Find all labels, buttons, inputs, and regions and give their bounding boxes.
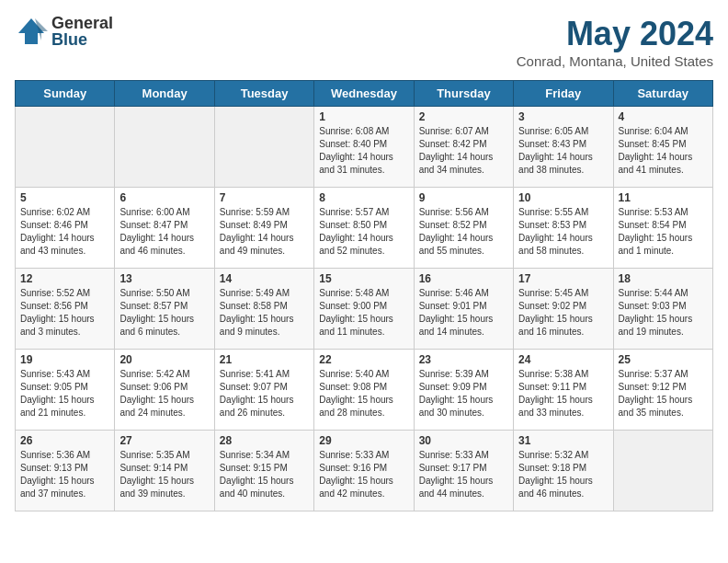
calendar-cell: 13Sunrise: 5:50 AM Sunset: 8:57 PM Dayli… (115, 269, 214, 350)
calendar-body: 1Sunrise: 6:08 AM Sunset: 8:40 PM Daylig… (16, 107, 713, 511)
calendar-header: SundayMondayTuesdayWednesdayThursdayFrid… (16, 81, 713, 107)
day-info: Sunrise: 5:34 AM Sunset: 9:15 PM Dayligh… (220, 449, 309, 500)
day-info: Sunrise: 6:08 AM Sunset: 8:40 PM Dayligh… (319, 125, 408, 177)
week-row-2: 12Sunrise: 5:52 AM Sunset: 8:56 PM Dayli… (16, 269, 713, 350)
calendar-cell (115, 107, 214, 188)
header-day-monday: Monday (115, 81, 214, 107)
calendar-title: May 2024 (517, 15, 713, 53)
day-number: 19 (20, 353, 109, 366)
calendar-cell: 7Sunrise: 5:59 AM Sunset: 8:49 PM Daylig… (214, 188, 313, 269)
day-info: Sunrise: 5:35 AM Sunset: 9:14 PM Dayligh… (119, 449, 209, 500)
day-number: 24 (518, 353, 608, 366)
day-number: 30 (419, 434, 508, 447)
day-number: 31 (518, 434, 608, 447)
day-info: Sunrise: 6:04 AM Sunset: 8:45 PM Dayligh… (619, 125, 708, 177)
week-row-1: 5Sunrise: 6:02 AM Sunset: 8:46 PM Daylig… (16, 188, 713, 269)
day-number: 29 (319, 434, 408, 447)
header-day-thursday: Thursday (414, 81, 513, 107)
day-info: Sunrise: 5:36 AM Sunset: 9:13 PM Dayligh… (20, 449, 109, 500)
day-info: Sunrise: 5:39 AM Sunset: 9:09 PM Dayligh… (419, 368, 508, 419)
day-info: Sunrise: 5:38 AM Sunset: 9:11 PM Dayligh… (518, 368, 608, 419)
day-number: 13 (119, 272, 209, 285)
logo-icon (15, 15, 48, 48)
calendar-cell: 27Sunrise: 5:35 AM Sunset: 9:14 PM Dayli… (115, 431, 214, 511)
day-info: Sunrise: 5:45 AM Sunset: 9:02 PM Dayligh… (518, 287, 608, 339)
header-day-sunday: Sunday (16, 81, 115, 107)
day-info: Sunrise: 5:53 AM Sunset: 8:54 PM Dayligh… (619, 206, 708, 258)
day-info: Sunrise: 5:50 AM Sunset: 8:57 PM Dayligh… (119, 287, 209, 339)
day-number: 6 (119, 191, 209, 204)
logo-text: General Blue (51, 15, 113, 48)
calendar-cell: 15Sunrise: 5:48 AM Sunset: 9:00 PM Dayli… (314, 269, 414, 350)
calendar-cell (613, 431, 712, 511)
day-number: 8 (319, 191, 408, 204)
title-block: May 2024 Conrad, Montana, United States (517, 15, 713, 69)
calendar-cell (214, 107, 313, 188)
day-info: Sunrise: 5:42 AM Sunset: 9:06 PM Dayligh… (119, 368, 209, 419)
calendar-cell: 25Sunrise: 5:37 AM Sunset: 9:12 PM Dayli… (613, 350, 712, 431)
day-number: 25 (619, 353, 708, 366)
day-info: Sunrise: 5:49 AM Sunset: 8:58 PM Dayligh… (220, 287, 309, 339)
day-info: Sunrise: 5:32 AM Sunset: 9:18 PM Dayligh… (518, 449, 608, 500)
day-info: Sunrise: 5:57 AM Sunset: 8:50 PM Dayligh… (319, 206, 408, 258)
calendar-cell: 5Sunrise: 6:02 AM Sunset: 8:46 PM Daylig… (16, 188, 115, 269)
logo-blue: Blue (51, 31, 113, 48)
logo: General Blue (15, 15, 113, 48)
day-info: Sunrise: 5:44 AM Sunset: 9:03 PM Dayligh… (619, 287, 708, 339)
header-day-wednesday: Wednesday (314, 81, 414, 107)
calendar-cell: 10Sunrise: 5:55 AM Sunset: 8:53 PM Dayli… (514, 188, 613, 269)
day-number: 1 (319, 110, 408, 123)
calendar-cell: 24Sunrise: 5:38 AM Sunset: 9:11 PM Dayli… (514, 350, 613, 431)
day-number: 18 (619, 272, 708, 285)
calendar-cell: 22Sunrise: 5:40 AM Sunset: 9:08 PM Dayli… (314, 350, 414, 431)
calendar-cell: 30Sunrise: 5:33 AM Sunset: 9:17 PM Dayli… (414, 431, 513, 511)
day-number: 5 (20, 191, 109, 204)
day-info: Sunrise: 5:56 AM Sunset: 8:52 PM Dayligh… (419, 206, 508, 258)
calendar-cell: 6Sunrise: 6:00 AM Sunset: 8:47 PM Daylig… (115, 188, 214, 269)
calendar-cell: 4Sunrise: 6:04 AM Sunset: 8:45 PM Daylig… (613, 107, 712, 188)
header-day-friday: Friday (514, 81, 613, 107)
calendar-cell: 12Sunrise: 5:52 AM Sunset: 8:56 PM Dayli… (16, 269, 115, 350)
calendar-cell: 14Sunrise: 5:49 AM Sunset: 8:58 PM Dayli… (214, 269, 313, 350)
day-info: Sunrise: 5:37 AM Sunset: 9:12 PM Dayligh… (619, 368, 708, 419)
week-row-3: 19Sunrise: 5:43 AM Sunset: 9:05 PM Dayli… (16, 350, 713, 431)
day-number: 21 (220, 353, 309, 366)
day-number: 20 (119, 353, 209, 366)
logo-general: General (51, 15, 113, 31)
day-number: 23 (419, 353, 508, 366)
day-info: Sunrise: 5:43 AM Sunset: 9:05 PM Dayligh… (20, 368, 109, 419)
day-number: 28 (220, 434, 309, 447)
calendar-cell: 21Sunrise: 5:41 AM Sunset: 9:07 PM Dayli… (214, 350, 313, 431)
calendar-cell: 31Sunrise: 5:32 AM Sunset: 9:18 PM Dayli… (514, 431, 613, 511)
day-info: Sunrise: 5:59 AM Sunset: 8:49 PM Dayligh… (220, 206, 309, 258)
calendar-cell: 3Sunrise: 6:05 AM Sunset: 8:43 PM Daylig… (514, 107, 613, 188)
calendar-cell: 23Sunrise: 5:39 AM Sunset: 9:09 PM Dayli… (414, 350, 513, 431)
week-row-4: 26Sunrise: 5:36 AM Sunset: 9:13 PM Dayli… (16, 431, 713, 511)
day-info: Sunrise: 5:33 AM Sunset: 9:16 PM Dayligh… (319, 449, 408, 500)
day-info: Sunrise: 5:33 AM Sunset: 9:17 PM Dayligh… (419, 449, 508, 500)
day-number: 22 (319, 353, 408, 366)
calendar-cell: 2Sunrise: 6:07 AM Sunset: 8:42 PM Daylig… (414, 107, 513, 188)
header-row: SundayMondayTuesdayWednesdayThursdayFrid… (16, 81, 713, 107)
header-day-tuesday: Tuesday (214, 81, 313, 107)
calendar-cell: 9Sunrise: 5:56 AM Sunset: 8:52 PM Daylig… (414, 188, 513, 269)
day-info: Sunrise: 6:02 AM Sunset: 8:46 PM Dayligh… (20, 206, 109, 258)
day-info: Sunrise: 5:41 AM Sunset: 9:07 PM Dayligh… (220, 368, 309, 419)
calendar-cell: 26Sunrise: 5:36 AM Sunset: 9:13 PM Dayli… (16, 431, 115, 511)
day-number: 3 (518, 110, 608, 123)
day-number: 17 (518, 272, 608, 285)
day-info: Sunrise: 6:05 AM Sunset: 8:43 PM Dayligh… (518, 125, 608, 177)
calendar-subtitle: Conrad, Montana, United States (517, 53, 713, 69)
calendar-cell (16, 107, 115, 188)
calendar-cell: 29Sunrise: 5:33 AM Sunset: 9:16 PM Dayli… (314, 431, 414, 511)
day-number: 9 (419, 191, 508, 204)
calendar-cell: 8Sunrise: 5:57 AM Sunset: 8:50 PM Daylig… (314, 188, 414, 269)
calendar-cell: 20Sunrise: 5:42 AM Sunset: 9:06 PM Dayli… (115, 350, 214, 431)
calendar-cell: 18Sunrise: 5:44 AM Sunset: 9:03 PM Dayli… (613, 269, 712, 350)
calendar-table: SundayMondayTuesdayWednesdayThursdayFrid… (15, 80, 713, 511)
week-row-0: 1Sunrise: 6:08 AM Sunset: 8:40 PM Daylig… (16, 107, 713, 188)
calendar-cell: 11Sunrise: 5:53 AM Sunset: 8:54 PM Dayli… (613, 188, 712, 269)
day-number: 15 (319, 272, 408, 285)
calendar-cell: 19Sunrise: 5:43 AM Sunset: 9:05 PM Dayli… (16, 350, 115, 431)
day-info: Sunrise: 6:00 AM Sunset: 8:47 PM Dayligh… (119, 206, 209, 258)
